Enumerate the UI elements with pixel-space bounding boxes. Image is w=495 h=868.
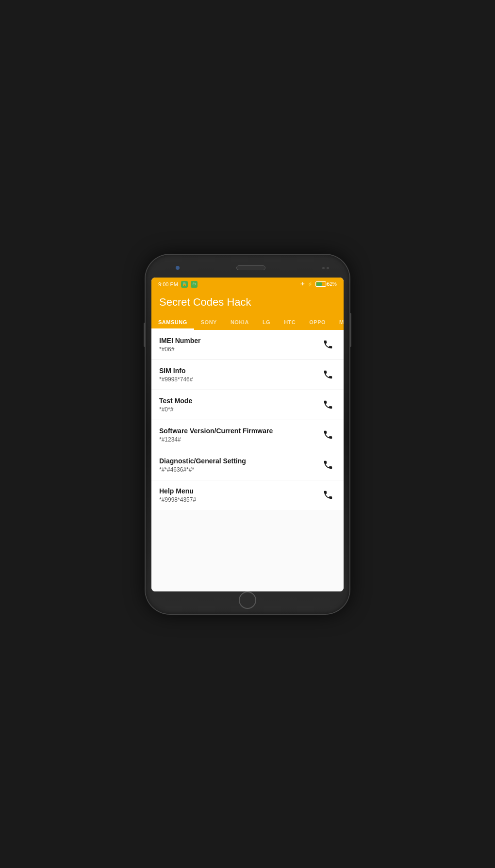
call-icon[interactable] bbox=[320, 337, 336, 352]
power-button bbox=[349, 313, 351, 347]
content-list: IMEI Number *#06# SIM Info *#9998*746# bbox=[151, 330, 344, 591]
bolt-icon: ⚡ bbox=[307, 281, 313, 287]
list-item[interactable]: Test Mode *#0*# bbox=[151, 390, 344, 420]
tabs-container: SAMSUNG SONY NOKIA LG HTC OPPO M bbox=[151, 314, 344, 330]
tab-m[interactable]: M bbox=[332, 314, 344, 330]
battery-fill bbox=[316, 282, 322, 286]
item-title: Help Menu bbox=[159, 487, 320, 495]
item-code: *#0*# bbox=[159, 406, 320, 413]
list-item[interactable]: Diagnostic/General Setting *#*#4636#*#* bbox=[151, 450, 344, 480]
speaker bbox=[236, 265, 265, 270]
item-title: IMEI Number bbox=[159, 337, 320, 344]
list-item[interactable]: IMEI Number *#06# bbox=[151, 330, 344, 360]
item-code: *#06# bbox=[159, 346, 320, 353]
item-code: *#9998*746# bbox=[159, 376, 320, 383]
home-button[interactable] bbox=[239, 591, 256, 609]
lock-badge-icon: 🔒 bbox=[181, 281, 188, 288]
front-camera bbox=[176, 266, 180, 270]
battery-percent: 52% bbox=[327, 281, 337, 287]
tab-htc[interactable]: HTC bbox=[277, 314, 302, 330]
call-icon[interactable] bbox=[320, 397, 336, 412]
item-title: Software Version/Current Firmware bbox=[159, 427, 320, 435]
sensor-dot bbox=[327, 267, 329, 269]
status-time: 9:00 PM bbox=[158, 281, 178, 287]
item-text: IMEI Number *#06# bbox=[159, 337, 320, 353]
phone-top-bar bbox=[151, 263, 344, 278]
call-icon[interactable] bbox=[320, 427, 336, 442]
phone-shell: 9:00 PM 🔒 ⏱ ✈ ⚡ 52% S bbox=[146, 255, 349, 614]
item-text: Diagnostic/General Setting *#*#4636#*#* bbox=[159, 457, 320, 473]
battery-icon bbox=[315, 281, 326, 287]
call-icon[interactable] bbox=[320, 367, 336, 382]
list-item[interactable]: Software Version/Current Firmware *#1234… bbox=[151, 420, 344, 450]
volume-button bbox=[144, 323, 146, 347]
call-icon[interactable] bbox=[320, 487, 336, 503]
item-text: SIM Info *#9998*746# bbox=[159, 367, 320, 383]
item-text: Software Version/Current Firmware *#1234… bbox=[159, 427, 320, 443]
status-left: 9:00 PM 🔒 ⏱ bbox=[158, 281, 198, 288]
app-header: Secret Codes Hack bbox=[151, 291, 344, 314]
status-bar: 9:00 PM 🔒 ⏱ ✈ ⚡ 52% bbox=[151, 278, 344, 291]
item-text: Test Mode *#0*# bbox=[159, 397, 320, 413]
item-code: *#*#4636#*#* bbox=[159, 466, 320, 473]
status-right: ✈ ⚡ 52% bbox=[300, 281, 337, 287]
item-title: Diagnostic/General Setting bbox=[159, 457, 320, 465]
tab-oppo[interactable]: OPPO bbox=[302, 314, 332, 330]
list-item[interactable]: Help Menu *#9998*4357# bbox=[151, 480, 344, 510]
airplane-icon: ✈ bbox=[300, 281, 305, 287]
item-text: Help Menu *#9998*4357# bbox=[159, 487, 320, 503]
sensor-dots bbox=[322, 267, 329, 269]
tab-nokia[interactable]: NOKIA bbox=[224, 314, 256, 330]
phone-bottom bbox=[239, 595, 256, 605]
item-title: SIM Info bbox=[159, 367, 320, 375]
tab-sony[interactable]: SONY bbox=[194, 314, 224, 330]
call-icon[interactable] bbox=[320, 457, 336, 473]
item-code: *#9998*4357# bbox=[159, 496, 320, 503]
item-code: *#1234# bbox=[159, 436, 320, 443]
battery-container: 52% bbox=[315, 281, 337, 287]
app-title: Secret Codes Hack bbox=[159, 296, 336, 314]
screen: 9:00 PM 🔒 ⏱ ✈ ⚡ 52% S bbox=[151, 278, 344, 591]
tab-samsung[interactable]: SAMSUNG bbox=[151, 314, 194, 330]
sensor-dot bbox=[322, 267, 325, 269]
tab-lg[interactable]: LG bbox=[256, 314, 277, 330]
timer-badge-icon: ⏱ bbox=[191, 281, 198, 288]
item-title: Test Mode bbox=[159, 397, 320, 405]
list-item[interactable]: SIM Info *#9998*746# bbox=[151, 360, 344, 390]
